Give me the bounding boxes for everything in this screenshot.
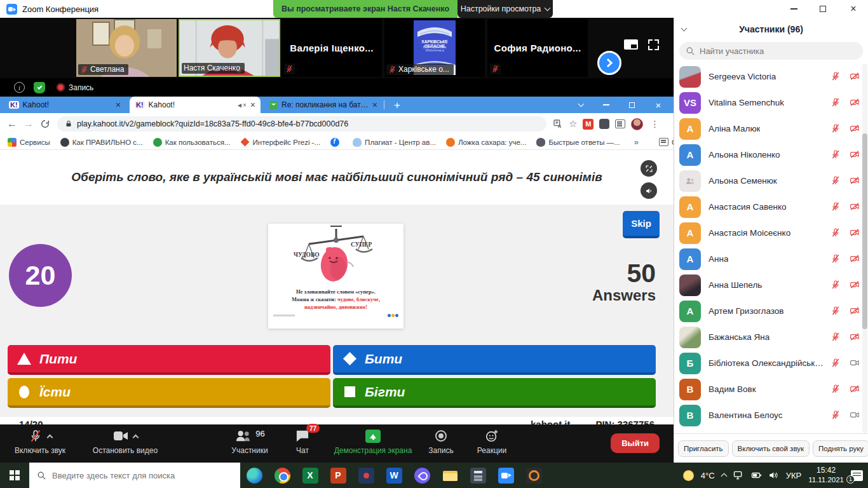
skip-button[interactable]: Skip: [623, 211, 660, 238]
participant-row[interactable]: А Артем Гризоглазов: [674, 298, 868, 324]
stop-video-button[interactable]: Остановить видео: [78, 428, 173, 455]
camera-off-icon[interactable]: [850, 201, 860, 212]
profile-avatar[interactable]: [631, 118, 643, 130]
answer-green[interactable]: Бігти: [333, 378, 656, 408]
hidden-icons-chevron[interactable]: [721, 473, 727, 479]
tab-close-icon[interactable]: ×: [372, 100, 377, 110]
taskbar-app[interactable]: [352, 463, 380, 488]
tab-audio-muted-icon[interactable]: ◄×: [236, 102, 247, 109]
mic-muted-icon[interactable]: [831, 332, 841, 342]
participant-row[interactable]: В Валентина Белоус: [674, 402, 868, 428]
new-tab-button[interactable]: +: [390, 98, 404, 112]
camera-off-icon[interactable]: [850, 175, 860, 186]
bookmark-item[interactable]: Интерфейс Prezi -...: [241, 138, 321, 147]
tab-kahoot-2-active[interactable]: K! Kahoot! ◄× ×: [130, 97, 261, 113]
tab-close-icon[interactable]: ×: [116, 100, 121, 110]
fullscreen-icon[interactable]: [648, 39, 659, 50]
weather-icon[interactable]: [683, 470, 694, 481]
participant-row[interactable]: В Вадим Вовк: [674, 376, 868, 402]
taskbar-file-explorer[interactable]: [436, 463, 464, 488]
participant-search[interactable]: [679, 42, 863, 60]
mic-muted-icon[interactable]: [831, 358, 841, 368]
taskbar-powerpoint[interactable]: P: [324, 463, 352, 488]
video-tile-valeria[interactable]: Валерія Іщенко...: [281, 19, 382, 77]
invite-button[interactable]: Пригласить: [678, 440, 729, 457]
security-shield-icon[interactable]: [34, 82, 45, 93]
camera-off-icon[interactable]: [850, 280, 860, 290]
mic-muted-icon[interactable]: [831, 201, 841, 212]
video-tile-sofia[interactable]: София Радионо...: [487, 19, 588, 77]
taskbar-app-dark[interactable]: [520, 463, 548, 488]
video-tile-svetlana[interactable]: Светлана: [76, 19, 177, 77]
mic-muted-icon[interactable]: [831, 71, 841, 81]
participant-row[interactable]: Альона Семенюк: [674, 168, 868, 194]
participant-row[interactable]: Sergeeva Victoria: [674, 64, 868, 90]
bookmark-item[interactable]: Плагиат - Центр ав...: [353, 138, 436, 147]
participant-row[interactable]: А Анастасия Савенко: [674, 194, 868, 220]
speaker-icon[interactable]: [769, 471, 779, 480]
record-button[interactable]: Запись: [421, 428, 461, 455]
answer-yellow[interactable]: Їсти: [8, 378, 330, 408]
taskbar-viber[interactable]: [408, 463, 436, 488]
participant-row[interactable]: А Аліна Малюк: [674, 116, 868, 142]
unmute-self-button[interactable]: Включить свой звук: [732, 440, 810, 457]
extensions-icon[interactable]: [599, 119, 609, 129]
camera-off-icon[interactable]: [850, 306, 860, 316]
extension-m-icon[interactable]: М: [583, 119, 593, 130]
chevron-up-icon[interactable]: [46, 434, 53, 440]
taskbar-search[interactable]: [29, 463, 240, 488]
mic-muted-icon[interactable]: [831, 123, 841, 133]
clock[interactable]: 15:42 11.11.2021: [808, 466, 844, 484]
participant-row[interactable]: VS Vitalina Semenchuk: [674, 90, 868, 116]
mic-muted-icon[interactable]: [831, 227, 841, 238]
close-button[interactable]: ×: [843, 0, 864, 18]
taskbar-chrome[interactable]: [268, 463, 296, 488]
mic-muted-icon[interactable]: [831, 149, 841, 159]
camera-off-icon[interactable]: [850, 123, 860, 133]
participant-row[interactable]: А Анна: [674, 246, 868, 272]
bookmark-item[interactable]: Быстрые ответы —...: [536, 138, 620, 147]
scrollbar-thumb[interactable]: [862, 133, 867, 329]
browser-minimize-button[interactable]: [595, 97, 618, 113]
taskbar-excel[interactable]: X: [296, 463, 324, 488]
video-tile-nastya[interactable]: Настя Скаченко: [179, 19, 280, 77]
taskbar-word[interactable]: W: [380, 463, 408, 488]
bookmarks-overflow-button[interactable]: »: [634, 137, 639, 147]
participant-row[interactable]: Бажанська Яна: [674, 324, 868, 350]
taskbar-zoom[interactable]: [492, 463, 520, 488]
camera-off-icon[interactable]: [850, 332, 860, 342]
start-button[interactable]: [0, 463, 29, 488]
video-tile-library[interactable]: ХАРКІВСЬКЕ ОБЛАСНЕ ВГО "Українська біблі…: [384, 19, 485, 77]
reactions-button[interactable]: Реакции: [468, 428, 516, 455]
bookmark-item[interactable]: Как ПРАВИЛЬНО с...: [60, 138, 143, 147]
taskbar-search-input[interactable]: [52, 471, 224, 480]
camera-off-icon[interactable]: [850, 384, 860, 394]
tab-close-icon[interactable]: ×: [250, 100, 255, 110]
camera-on-icon[interactable]: [850, 358, 860, 368]
camera-on-icon[interactable]: [850, 410, 860, 420]
action-center-icon[interactable]: 1: [851, 470, 863, 481]
back-button[interactable]: ←: [4, 118, 20, 130]
tab-kahoot-1[interactable]: K! Kahoot! ×: [4, 97, 126, 113]
raise-hand-button[interactable]: Поднять руку: [813, 440, 868, 457]
browser-menu-chevron[interactable]: [569, 97, 592, 113]
camera-off-icon[interactable]: [850, 254, 860, 264]
maximize-button[interactable]: [812, 0, 834, 18]
url-bar[interactable]: play.kahoot.it/v2/gameblock?quizId=18c83…: [57, 116, 546, 132]
bookmark-item[interactable]: Ложка сахара: уче...: [446, 138, 526, 147]
minimize-button[interactable]: [783, 0, 804, 18]
share-screen-button[interactable]: Демонстрация экрана: [325, 428, 421, 455]
participant-row[interactable]: Анна Шепель: [674, 272, 868, 298]
view-settings-button[interactable]: Настройки просмотра: [458, 0, 553, 18]
participant-search-input[interactable]: [700, 46, 839, 56]
mic-muted-icon[interactable]: [831, 175, 841, 186]
mic-muted-icon[interactable]: [831, 384, 841, 394]
camera-off-icon[interactable]: [850, 227, 860, 238]
answer-blue[interactable]: Бити: [333, 345, 656, 375]
audio-toggle-button[interactable]: [641, 182, 657, 199]
mic-muted-icon[interactable]: [831, 97, 841, 107]
camera-off-icon[interactable]: [850, 71, 860, 81]
unmute-button[interactable]: Включить звук: [5, 428, 75, 455]
camera-off-icon[interactable]: [850, 149, 860, 159]
bookmark-facebook[interactable]: [330, 138, 342, 147]
